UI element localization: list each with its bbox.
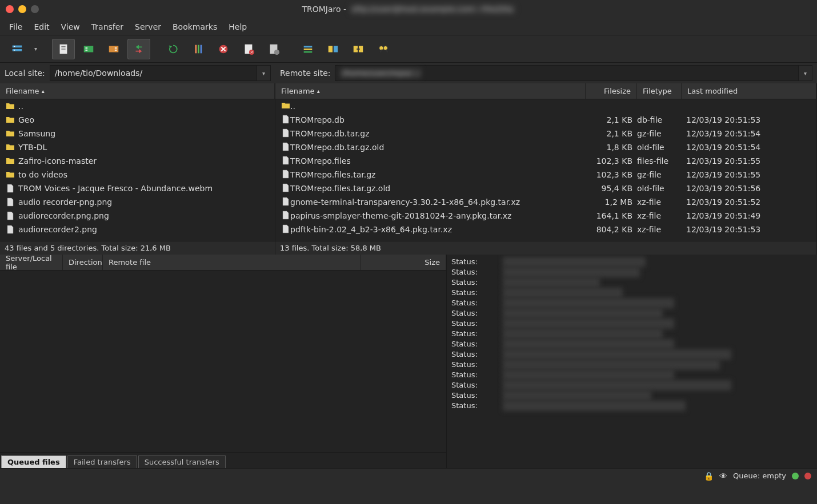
tab-queued[interactable]: Queued files <box>1 455 66 468</box>
queue-body[interactable] <box>0 271 446 452</box>
list-item[interactable]: audio recorder-png.png <box>0 195 275 209</box>
col-filename[interactable]: Filename▴ <box>0 83 275 99</box>
list-item[interactable]: TROMrepo.files.tar.gz102,3 KBgz-file12/0… <box>275 168 816 182</box>
filter-button[interactable] <box>297 39 319 59</box>
list-item[interactable]: TROMrepo.files102,3 KBfiles-file12/03/19… <box>275 154 816 168</box>
svg-rect-16 <box>201 45 202 53</box>
svg-rect-29 <box>329 46 333 52</box>
log-row: Status:x <box>451 308 812 318</box>
local-site-dropdown[interactable]: ▾ <box>257 65 271 81</box>
menu-file[interactable]: File <box>3 20 28 34</box>
list-item[interactable]: to do videos <box>0 168 275 182</box>
menu-transfer[interactable]: Transfer <box>86 20 129 34</box>
list-item[interactable]: Samsung <box>0 127 275 140</box>
menu-view[interactable]: View <box>55 20 86 34</box>
tab-successful[interactable]: Successful transfers <box>138 455 226 468</box>
menu-help[interactable]: Help <box>223 20 253 34</box>
svg-rect-26 <box>304 46 313 47</box>
toggle-log-button[interactable] <box>52 39 75 59</box>
site-manager-button[interactable] <box>6 39 29 59</box>
col-filesize[interactable]: Filesize <box>586 83 637 99</box>
directory-compare-button[interactable] <box>322 39 345 59</box>
bottom-panes: Server/Local file Direction Remote file … <box>0 255 817 468</box>
list-item[interactable]: Geo <box>0 113 275 127</box>
log-row: Status:x <box>451 390 812 401</box>
log-row: Status:x <box>451 288 812 298</box>
qcol-server[interactable]: Server/Local file <box>0 255 63 270</box>
cancel-button[interactable] <box>212 39 235 59</box>
titlebar: TROMJaro - sftp://user@host.example.com … <box>0 0 817 18</box>
col-lastmod[interactable]: Last modified <box>682 83 816 99</box>
local-file-list[interactable]: ..GeoSamsungYTB-DLZafiro-icons-masterto … <box>0 99 275 241</box>
title-prefix: TROMJaro - <box>302 5 346 14</box>
log-row: Status:x <box>451 380 812 390</box>
remote-file-list[interactable]: ..TROMrepo.db2,1 KBdb-file12/03/19 20:51… <box>275 99 816 241</box>
toolbar: ▾ <box>0 35 817 63</box>
menu-bookmarks[interactable]: Bookmarks <box>167 20 223 34</box>
site-manager-dropdown[interactable]: ▾ <box>31 46 41 52</box>
window-close-button[interactable] <box>6 5 14 13</box>
svg-rect-14 <box>195 45 197 53</box>
col-filename-remote[interactable]: Filename▴ <box>275 83 586 99</box>
list-item[interactable]: TROM Voices - Jacque Fresco - Abundance.… <box>0 182 275 195</box>
svg-rect-28 <box>304 51 313 53</box>
list-item[interactable]: YTB-DL <box>0 140 275 154</box>
svg-rect-0 <box>13 45 22 47</box>
toggle-queue-button[interactable] <box>127 39 150 59</box>
menu-edit[interactable]: Edit <box>28 20 55 34</box>
lock-icon: 🔒 <box>704 471 714 481</box>
svg-rect-27 <box>304 49 313 50</box>
local-pane: Filename▴ ..GeoSamsungYTB-DLZafiro-icons… <box>0 83 275 255</box>
remote-site-input[interactable]: /home/user/repo/… <box>335 65 799 81</box>
remote-site-dropdown[interactable]: ▾ <box>799 65 812 81</box>
remote-columns: Filename▴ Filesize Filetype Last modifie… <box>275 83 816 99</box>
refresh-button[interactable] <box>162 39 185 59</box>
list-item[interactable]: TROMrepo.db.tar.gz.old1,8 KBold-file12/0… <box>275 140 816 154</box>
tab-failed[interactable]: Failed transfers <box>67 455 137 468</box>
svg-point-34 <box>383 46 387 50</box>
svg-point-25 <box>274 49 279 54</box>
window-maximize-button[interactable] <box>31 5 39 13</box>
list-item[interactable]: pdftk-bin-2.02_4_b2-3-x86_64.pkg.tar.xz8… <box>275 223 816 236</box>
queue-status: Queue: empty <box>733 471 786 480</box>
log-row: Status:x <box>451 298 812 308</box>
sync-browse-button[interactable] <box>347 39 370 59</box>
list-item[interactable]: TROMrepo.files.tar.gz.old95,4 KBold-file… <box>275 182 816 195</box>
list-item[interactable]: audiorecorder.png.png <box>0 209 275 223</box>
log-row: Status:x <box>451 370 812 380</box>
disconnect-button[interactable] <box>237 39 260 59</box>
reconnect-button[interactable] <box>262 39 285 59</box>
col-filetype[interactable]: Filetype <box>637 83 682 99</box>
find-button[interactable] <box>372 39 395 59</box>
local-columns: Filename▴ <box>0 83 275 99</box>
list-item[interactable]: audiorecorder2.png <box>0 223 275 236</box>
toggle-remote-tree-button[interactable] <box>102 39 125 59</box>
log-row: Status:x <box>451 360 812 370</box>
menu-server[interactable]: Server <box>129 20 167 34</box>
queue-pane: Server/Local file Direction Remote file … <box>0 255 447 468</box>
site-row: Local site: /home/tio/Downloads/ ▾ Remot… <box>0 63 817 83</box>
svg-rect-15 <box>198 45 199 53</box>
list-item[interactable]: papirus-smplayer-theme-git-20181024-2-an… <box>275 209 816 223</box>
svg-rect-1 <box>13 49 22 51</box>
local-site-label: Local site: <box>5 68 45 78</box>
qcol-size[interactable]: Size <box>361 255 446 270</box>
qcol-direction[interactable]: Direction <box>63 255 103 270</box>
process-queue-button[interactable] <box>187 39 210 59</box>
toggle-local-tree-button[interactable] <box>77 39 100 59</box>
list-item[interactable]: .. <box>0 99 275 113</box>
log-row: Status:x <box>451 267 812 277</box>
svg-rect-12 <box>115 47 117 49</box>
local-site-input[interactable]: /home/tio/Downloads/ <box>50 65 257 81</box>
list-item[interactable]: gnome-terminal-transparency-3.30.2-1-x86… <box>275 195 816 209</box>
log-pane[interactable]: Status:xStatus:xStatus:xStatus:xStatus:x… <box>447 255 817 468</box>
qcol-remote[interactable]: Remote file <box>103 255 361 270</box>
list-item[interactable]: TROMrepo.db2,1 KBdb-file12/03/19 20:51:5… <box>275 113 816 127</box>
list-item[interactable]: TROMrepo.db.tar.gz2,1 KBgz-file12/03/19 … <box>275 127 816 140</box>
remote-status: 13 files. Total size: 58,8 MB <box>275 241 816 255</box>
list-item[interactable]: .. <box>275 99 816 113</box>
queue-tabs: Queued files Failed transfers Successful… <box>0 452 446 468</box>
list-item[interactable]: Zafiro-icons-master <box>0 154 275 168</box>
window-minimize-button[interactable] <box>18 5 26 13</box>
svg-rect-11 <box>109 46 119 52</box>
